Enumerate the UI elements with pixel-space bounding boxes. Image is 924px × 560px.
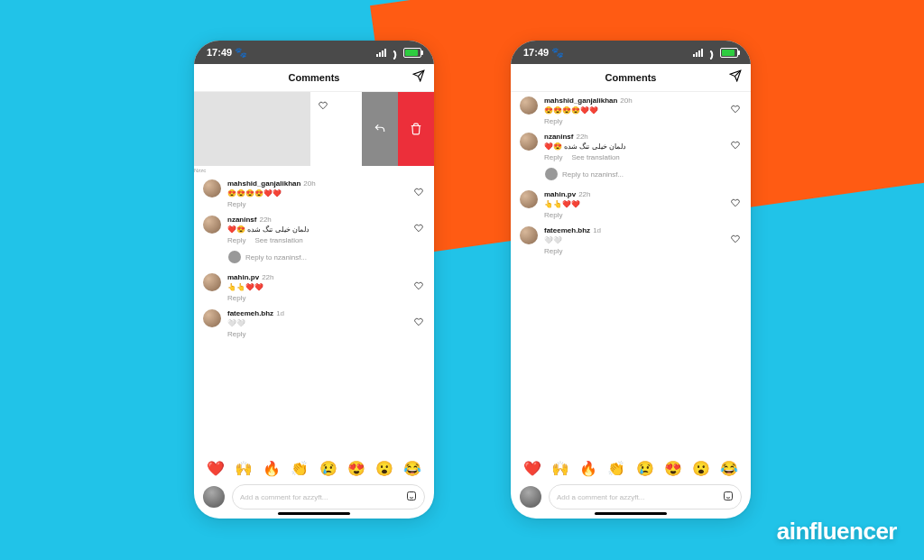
reply-button[interactable]: Reply (227, 330, 245, 338)
status-bar: 17:49 🐾 (511, 41, 751, 64)
emoji-option[interactable]: 🙌 (551, 460, 569, 477)
avatar[interactable] (520, 190, 538, 208)
share-icon[interactable] (412, 69, 425, 86)
status-bar: 17:49 🐾 (194, 41, 434, 64)
swiped-comment-row[interactable] (194, 92, 434, 166)
reply-button[interactable]: Reply (227, 200, 245, 208)
emoji-option[interactable]: 😍 (664, 460, 682, 477)
username[interactable]: mahin.pv (544, 190, 576, 198)
share-icon[interactable] (729, 69, 742, 86)
emoji-option[interactable]: 🔥 (579, 460, 597, 477)
username[interactable]: nzaninsf (227, 216, 256, 224)
comment-text: 😍😍😍😍❤️❤️ (227, 189, 425, 197)
emoji-option[interactable]: 👏 (607, 460, 625, 477)
username[interactable]: mahshid_ganjalikhan (227, 179, 300, 188)
reply-button[interactable]: Reply (544, 117, 562, 125)
like-icon[interactable] (414, 220, 423, 236)
timestamp: 22h (576, 133, 587, 141)
battery-icon (403, 48, 421, 58)
reply-to-field[interactable]: Reply to nzaninsf... (511, 164, 751, 186)
avatar[interactable] (203, 273, 221, 291)
emoji-option[interactable]: 😍 (347, 460, 365, 477)
emoji-option[interactable]: ❤️ (523, 460, 541, 477)
swipe-delete-button[interactable] (398, 92, 434, 166)
comment-row[interactable]: nzaninsf22h ❤️😍 دلمان خیلی تنگ شده Reply… (194, 211, 434, 247)
comment-composer[interactable]: Add a comment for azzyft... (232, 484, 425, 510)
battery-icon (720, 48, 738, 58)
comment-row[interactable]: mahshid_ganjalikhan20h 😍😍😍😍❤️❤️ Reply (194, 175, 434, 211)
comment-row[interactable]: fateemeh.bhz1d 🤍🤍 Reply (511, 222, 751, 258)
reply-button[interactable]: Reply (227, 236, 245, 244)
avatar[interactable] (203, 309, 221, 327)
svg-rect-1 (725, 492, 733, 500)
wifi-icon (707, 49, 716, 56)
sticker-icon[interactable] (723, 489, 734, 505)
like-icon[interactable] (414, 314, 423, 330)
username[interactable]: nzaninsf (544, 133, 573, 141)
emoji-option[interactable]: 😢 (319, 460, 337, 477)
avatar (545, 168, 558, 180)
like-icon[interactable] (731, 195, 740, 211)
emoji-option[interactable]: 😂 (720, 460, 738, 477)
my-avatar[interactable] (520, 486, 541, 508)
swipe-reply-button[interactable] (362, 92, 398, 166)
status-icon: 🐾 (551, 47, 564, 58)
home-indicator[interactable] (595, 512, 667, 515)
comment-text: ❤️😍 دلمان خیلی تنگ شده (544, 142, 742, 151)
comment-text: 😍😍😍😍❤️❤️ (544, 106, 742, 115)
emoji-option[interactable]: 😮 (375, 460, 393, 477)
like-icon[interactable] (731, 137, 740, 153)
username[interactable]: fateemeh.bhz (544, 226, 590, 234)
comment-row[interactable]: fateemeh.bhz1d 🤍🤍 Reply (194, 305, 434, 341)
avatar[interactable] (203, 216, 221, 234)
comment-row[interactable]: nzaninsf22h ❤️😍 دلمان خیلی تنگ شده Reply… (511, 128, 751, 164)
username[interactable]: fateemeh.bhz (227, 309, 273, 317)
reply-button[interactable]: Reply (544, 211, 562, 219)
header-title: Comments (289, 72, 340, 83)
emoji-option[interactable]: ❤️ (207, 460, 225, 477)
like-icon[interactable] (414, 278, 423, 294)
reply-to-field[interactable]: Reply to nzaninsf... (194, 247, 434, 269)
avatar (228, 251, 241, 263)
status-icon: 🐾 (235, 47, 247, 58)
svg-rect-0 (408, 492, 416, 500)
phone-right: 17:49 🐾 Comments mahshid_ganjalikhan20h … (511, 41, 751, 519)
see-translation[interactable]: See translation (571, 153, 619, 161)
reply-button[interactable]: Reply (227, 294, 245, 302)
avatar[interactable] (203, 179, 221, 197)
emoji-option[interactable]: 😢 (636, 460, 654, 477)
like-icon[interactable] (731, 231, 740, 247)
home-indicator[interactable] (278, 512, 350, 515)
reply-button[interactable]: Reply (544, 247, 562, 255)
cellular-icon (693, 49, 703, 57)
comment-row[interactable]: mahshid_ganjalikhan20h 😍😍😍😍❤️❤️ Reply (511, 92, 751, 128)
sticker-icon[interactable] (406, 489, 417, 505)
timestamp: 22h (578, 190, 590, 198)
timestamp: 22h (262, 273, 273, 281)
comment-text: 🤍🤍 (544, 236, 742, 244)
emoji-option[interactable]: 🔥 (263, 460, 281, 477)
emoji-option[interactable]: 😂 (403, 460, 421, 477)
timestamp: 20h (303, 179, 315, 188)
my-avatar[interactable] (203, 486, 225, 508)
comment-text: 🤍🤍 (227, 319, 425, 327)
emoji-option[interactable]: 🙌 (235, 460, 253, 477)
composer-placeholder: Add a comment for azzyft... (240, 493, 328, 501)
like-icon[interactable] (731, 101, 740, 117)
comment-row[interactable]: mahin.pv22h 👆👆❤️❤️ Reply (511, 186, 751, 222)
avatar[interactable] (520, 96, 538, 115)
username[interactable]: mahin.pv (227, 273, 259, 281)
comments-header: Comments (511, 64, 751, 92)
emoji-option[interactable]: 👏 (291, 460, 309, 477)
see-translation[interactable]: See translation (254, 236, 302, 244)
comment-row[interactable]: mahin.pv22h 👆👆❤️❤️ Reply (194, 269, 434, 305)
header-title: Comments (605, 72, 657, 83)
comment-text: 👆👆❤️❤️ (227, 283, 425, 291)
avatar[interactable] (520, 226, 538, 244)
avatar[interactable] (520, 133, 538, 151)
emoji-option[interactable]: 😮 (692, 460, 710, 477)
comment-composer[interactable]: Add a comment for azzyft... (549, 484, 742, 510)
reply-button[interactable]: Reply (544, 153, 562, 161)
like-icon[interactable] (414, 184, 423, 200)
username[interactable]: mahshid_ganjalikhan (544, 96, 617, 105)
